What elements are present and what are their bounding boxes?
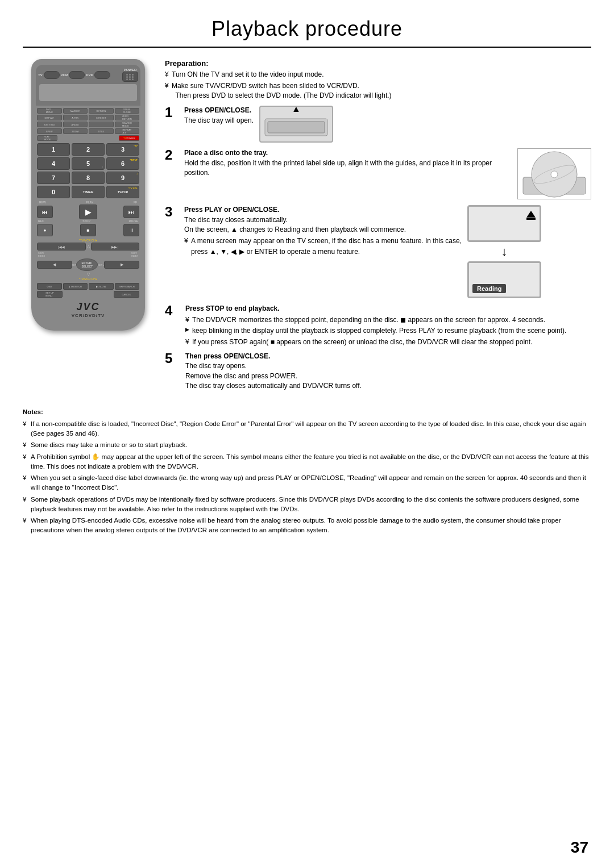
power-button[interactable] xyxy=(122,72,138,82)
page-title: Playback procedure xyxy=(0,0,614,47)
step-5-body3: The disc tray closes automatically and D… xyxy=(185,382,362,390)
c-reset-button[interactable]: C.RESET xyxy=(89,115,114,120)
sp-ep-button[interactable]: SP/EP xyxy=(37,128,62,134)
zero-return-button[interactable]: ZERORETURN xyxy=(115,115,140,120)
remote-top-section: TV VCR DVD POWER xyxy=(36,65,140,106)
page-number: 37 xyxy=(571,838,588,857)
num7-button[interactable]: 7 xyxy=(37,172,70,184)
angle-button[interactable]: ANGLE xyxy=(63,122,88,127)
tv-vcr-ch-label: *TV/VCR CH+ xyxy=(37,239,139,242)
num4-button[interactable]: 4 xyxy=(37,157,70,170)
num2-button[interactable]: 2 xyxy=(72,143,105,156)
pause-button[interactable]: ⏸ xyxy=(123,224,139,236)
vcr-button[interactable] xyxy=(69,71,85,79)
step-5-title: Then press OPEN/CLOSE. xyxy=(185,352,270,360)
a-trk-button[interactable]: A.TRK xyxy=(63,115,88,120)
step-3-press-text: press ▲, ▼, ◀, ▶ or ENTER to operate a m… xyxy=(184,247,462,257)
tv-vcr-button[interactable]: TV/VCR *TV VOL xyxy=(106,186,139,198)
play-mode-button[interactable]: PLAYMODE xyxy=(37,135,57,141)
function-buttons-row1: DVDMENU MARKER RETURN OPEN/CLOSE xyxy=(37,108,139,114)
display-button[interactable]: DISPLAY xyxy=(37,115,62,120)
disc-image xyxy=(517,148,591,199)
tv-power-button[interactable]: *TVPOWER xyxy=(119,135,139,141)
step-4-bullet1: The DVD/VCR memorizes the stopped point,… xyxy=(185,315,591,325)
title-divider xyxy=(23,47,591,48)
play-button[interactable]: ▶ xyxy=(79,205,97,219)
main-content: TV VCR DVD POWER xyxy=(0,59,614,396)
rew-button[interactable]: ⏮ xyxy=(37,206,53,218)
return-button[interactable]: RETURN xyxy=(89,108,114,114)
enter-select-button[interactable]: ENTER/SELECT xyxy=(76,258,98,271)
step-3-content: Press PLAY or OPEN/CLOSE. The disc tray … xyxy=(184,205,462,298)
ff-button[interactable]: ⏭ xyxy=(123,206,139,218)
note-3: A Prohibition symbol ✋ may appear at the… xyxy=(23,452,591,472)
cancel-button[interactable]: CANCEL xyxy=(114,291,139,298)
skip-prev-button[interactable]: |◀◀ xyxy=(37,243,86,251)
search-mode-button[interactable] xyxy=(89,122,114,127)
prep-item-2: Make sure TV/VCR/DVD switch has been sli… xyxy=(165,81,591,101)
sub-title-button[interactable]: SUB TITLE xyxy=(37,122,62,127)
note-2: Some discs may take a minute or so to st… xyxy=(23,440,591,450)
jvc-logo: JVC xyxy=(36,301,140,313)
slow-button[interactable]: ▶| SLOW xyxy=(89,283,114,290)
disc-svg xyxy=(520,149,588,199)
step-2-title: Place a disc onto the tray. xyxy=(184,149,268,157)
tv-vol-label: + xyxy=(136,173,138,175)
stop-label: STOP xyxy=(82,219,90,223)
function-buttons-row5: PLAYMODE *TVPOWER xyxy=(37,135,139,141)
step-5-number: 5 xyxy=(165,352,181,391)
step-5-body1: The disc tray opens. xyxy=(185,362,247,370)
play-label: PLAY xyxy=(86,201,93,204)
zoom-button[interactable]: ZOOM xyxy=(63,128,88,134)
num0-button[interactable]: 0 xyxy=(37,186,70,198)
num6-button[interactable]: 6 *INPUT xyxy=(106,157,139,170)
reading-badge: Reading xyxy=(472,284,506,293)
dvd-button[interactable] xyxy=(94,71,110,79)
step-3-left: 3 Press PLAY or OPEN/CLOSE. The disc tra… xyxy=(165,205,462,298)
dvd-menu-button[interactable]: DVDMENU xyxy=(37,108,62,114)
open-close-button[interactable]: OPEN/CLOSE xyxy=(115,108,140,114)
step-2-image xyxy=(517,148,591,199)
search-mode-button2[interactable]: SEARCHMODE xyxy=(115,122,140,127)
num8-button[interactable]: 8 xyxy=(72,172,105,184)
osd-button[interactable]: OSD xyxy=(37,283,62,290)
steps-container: 1 Press OPEN/CLOSE. The disc tray will o… xyxy=(165,106,591,395)
note-6: When playing DTS-encoded Audio CDs, exce… xyxy=(23,516,591,536)
bottom-row1: OSD ▲ MONITOR ▶| SLOW SKIP/SEARCH xyxy=(37,283,139,290)
ch-down-row: ▽ xyxy=(37,272,139,277)
tv-screen-2: Reading xyxy=(467,261,541,298)
num9-button[interactable]: 9 + xyxy=(106,172,139,184)
step-2: 2 Place a disc onto the tray. Hold the d… xyxy=(165,148,591,199)
step-5-body2: Remove the disc and press POWER. xyxy=(185,372,297,380)
step-4-number: 4 xyxy=(165,304,181,347)
num3-button[interactable]: 3 *TV xyxy=(106,143,139,156)
remote-brand: JVC VCR/DVD/TV xyxy=(36,301,140,318)
remote-display xyxy=(39,84,137,101)
svg-text:▲: ▲ xyxy=(292,107,301,114)
timer-button[interactable]: TIMER xyxy=(72,186,105,198)
function-buttons-row3: SUB TITLE ANGLE SEARCHMODE xyxy=(37,122,139,127)
prep-title: Preparation: xyxy=(165,59,591,68)
step-4-title: Press STOP to end playback. xyxy=(185,304,280,312)
num5-button[interactable]: 5 ° xyxy=(72,157,105,170)
set-plus-button[interactable]: ▶ xyxy=(104,261,139,269)
monitor-button[interactable]: ▲ MONITOR xyxy=(63,283,88,290)
power-label: POWER xyxy=(122,68,138,72)
set-minus-button[interactable]: ◀ xyxy=(37,261,72,269)
skip-row: |◀◀ △ ▶▶| xyxy=(37,243,139,251)
note-4: When you set a single-faced disc label d… xyxy=(23,473,591,493)
tv-button[interactable] xyxy=(44,71,60,79)
setup-menu-button[interactable]: SET UPMENU xyxy=(37,291,63,298)
numpad: 1 2 3 *TV 4 5 ° 6 *INPUT 7 8 9 xyxy=(37,143,139,198)
title-button[interactable]: TITLE xyxy=(89,128,114,134)
svg-point-5 xyxy=(551,171,558,178)
stop-button[interactable]: ■ xyxy=(80,224,96,236)
skip-search-button[interactable]: SKIP/SEARCH xyxy=(115,283,140,290)
repeat-ab-button[interactable]: REPEATA-B xyxy=(115,128,140,134)
num1-button[interactable]: 1 xyxy=(37,143,70,156)
step-3-body2: On the screen, ▲ changes to Reading and … xyxy=(184,226,406,233)
svg-rect-1 xyxy=(268,122,325,133)
marker-button[interactable]: MARKER xyxy=(63,108,88,114)
skip-next-button[interactable]: ▶▶| xyxy=(91,243,140,251)
rec-button[interactable]: ● xyxy=(37,224,53,236)
